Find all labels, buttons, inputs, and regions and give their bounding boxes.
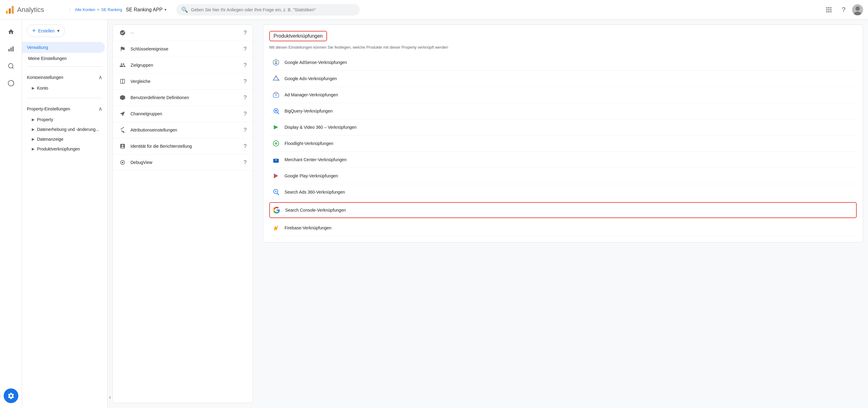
nav-bottom: ← [4, 388, 18, 403]
top-icon [119, 29, 126, 36]
attribution-icon [119, 126, 126, 134]
schlusselereignisse-text: Schlüsselereignisse [130, 47, 168, 51]
svg-rect-36 [275, 159, 277, 160]
datenerhebung-chevron: ▶ [32, 127, 34, 132]
datenerhebung-label: Datenerhebung und -änderung... [37, 127, 99, 132]
product-item-floodlight[interactable]: Floodlight-Verknüpfungen [269, 136, 857, 152]
create-button[interactable]: + Erstellen ▾ [27, 25, 65, 37]
konto-collapse-arrow: ∧ [98, 74, 102, 81]
channelgruppen-help[interactable]: ? [244, 111, 247, 117]
svg-rect-7 [828, 9, 830, 10]
play-icon [272, 172, 280, 180]
menu-item-definitionen[interactable]: Benutzerdefinierte Definitionen ? [113, 90, 253, 106]
product-item-bigquery[interactable]: BigQuery-Verknüpfungen [269, 103, 857, 119]
svg-rect-0 [6, 11, 8, 14]
middle-panel: ··· ? Schlüsselereignisse ? [113, 25, 253, 403]
searchads-icon [272, 188, 280, 196]
property-collapse-arrow: ∧ [98, 106, 102, 112]
debugview-text: DebugView [130, 160, 152, 165]
property-einstellungen-header[interactable]: Property-Einstellungen ∧ [22, 103, 107, 115]
svg-rect-4 [828, 7, 830, 8]
zielgruppen-help[interactable]: ? [244, 62, 247, 68]
menu-item-zielgruppen[interactable]: Zielgruppen ? [113, 57, 253, 74]
breadcrumb-child[interactable]: SE Ranking [101, 7, 122, 12]
product-item-firebase[interactable]: Firebase-Verknüpfungen [269, 220, 857, 236]
definitionen-left: Benutzerdefinierte Definitionen [119, 94, 189, 101]
apps-grid-button[interactable] [823, 4, 835, 16]
product-item-merchant[interactable]: Merchant Center-Verknüpfungen [269, 152, 857, 168]
sidebar-collapse-button[interactable]: ‹ [105, 392, 115, 402]
sidebar-item-verwaltung[interactable]: Verwaltung [22, 42, 105, 53]
dv360-name: Display & Video 360 – Verknüpfungen [284, 125, 357, 130]
verwaltung-label: Verwaltung [27, 45, 48, 50]
product-item-admanager[interactable]: Ad Manager-Verknüpfungen [269, 87, 857, 103]
konto-einstellungen-group: Kontoeinstellungen ∧ ▶ Konto [22, 69, 107, 95]
bigquery-name: BigQuery-Verknüpfungen [284, 109, 333, 114]
sidebar-sub-datenanzeige[interactable]: ▶ Datenanzeige [22, 134, 107, 144]
konto-einstellungen-header[interactable]: Kontoeinstellungen ∧ [22, 71, 107, 83]
datenanzeige-label: Datenanzeige [37, 137, 63, 142]
product-item-searchconsole[interactable]: Search Console-Verknüpfungen [269, 202, 857, 218]
identity-icon [119, 143, 126, 150]
menu-item-vergleiche[interactable]: Vergleiche ? [113, 74, 253, 90]
sidebar-item-meine-einstellungen[interactable]: Meine Einstellungen [22, 53, 105, 64]
svg-rect-10 [828, 11, 830, 12]
svg-point-30 [275, 110, 277, 112]
definitionen-help[interactable]: ? [244, 94, 247, 101]
product-item-searchads[interactable]: Search Ads 360-Verknüpfungen [269, 184, 857, 200]
search-input[interactable] [191, 7, 355, 12]
nav-home-button[interactable] [4, 25, 18, 39]
bigquery-icon [272, 107, 280, 115]
sidebar-sub-property[interactable]: ▶ Property [22, 115, 107, 124]
product-item-ads[interactable]: Google Ads-Verknüpfungen [269, 71, 857, 87]
sidebar-sub-produktverknupfungen[interactable]: ▶ Produktverknüpfungen [22, 144, 107, 154]
svg-marker-37 [274, 173, 278, 178]
produktverknupfungen-sidebar-label: Produktverknüpfungen [37, 146, 80, 151]
sidebar-divider-2 [27, 98, 102, 98]
menu-item-top-help[interactable]: ? [244, 30, 247, 36]
nav-explore-button[interactable] [4, 59, 18, 74]
product-item-dv360[interactable]: Display & Video 360 – Verknüpfungen [269, 119, 857, 136]
merchant-icon [272, 155, 280, 164]
content-area: ··· ? Schlüsselereignisse ? [107, 20, 868, 408]
product-links-card: Produktverknüpfungen Mit diesen Einstell… [263, 25, 863, 242]
menu-item-identity[interactable]: Identität für die Berichterstellung ? [113, 138, 253, 154]
nav-advertising-button[interactable] [4, 76, 18, 90]
breadcrumb-parent[interactable]: Alle Konten [75, 7, 95, 12]
create-plus-icon: + [32, 27, 36, 34]
sidebar-sub-datenerhebung[interactable]: ▶ Datenerhebung und -änderung... [22, 124, 107, 134]
nav-reports-button[interactable] [4, 41, 18, 56]
svg-rect-1 [9, 8, 11, 14]
identity-help[interactable]: ? [244, 143, 247, 150]
menu-item-schlusselereignisse[interactable]: Schlüsselereignisse ? [113, 41, 253, 57]
breadcrumb-sep: > [97, 7, 100, 12]
vergleiche-help[interactable]: ? [244, 78, 247, 85]
settings-button[interactable] [4, 388, 18, 403]
product-item-adsense[interactable]: Google AdSense-Verknüpfungen [269, 54, 857, 71]
menu-item-debugview[interactable]: DebugView ? [113, 154, 253, 171]
sidebar: + Erstellen ▾ Verwaltung Meine Einstellu… [22, 20, 107, 408]
sidebar-collapse-area: ‹ [105, 392, 115, 402]
firebase-name: Firebase-Verknüpfungen [284, 225, 331, 230]
attributions-text: Attributionseinstellungen [130, 127, 177, 133]
arrow-indicator: ← [0, 391, 2, 400]
svg-marker-32 [274, 125, 278, 129]
help-button[interactable]: ? [837, 4, 850, 16]
svg-point-13 [856, 6, 860, 11]
create-dropdown-arrow: ▾ [57, 28, 60, 34]
sidebar-sub-konto[interactable]: ▶ Konto [22, 83, 107, 93]
product-item-play[interactable]: Google Play-Verknüpfungen [269, 168, 857, 184]
app-dropdown-arrow[interactable]: ▾ [164, 7, 166, 12]
menu-item-top[interactable]: ··· ? [113, 25, 253, 41]
menu-item-channelgruppen[interactable]: Channelgruppen ? [113, 106, 253, 122]
channel-icon [119, 110, 126, 117]
topbar: Analytics Alle Konten > SE Ranking SE Ra… [0, 0, 868, 20]
debugview-help[interactable]: ? [244, 159, 247, 166]
menu-item-attributions[interactable]: Attributionseinstellungen ? [113, 122, 253, 138]
svg-point-26 [278, 80, 279, 81]
schlusselereignisse-help[interactable]: ? [244, 46, 247, 52]
user-avatar[interactable] [852, 4, 863, 15]
svg-point-18 [8, 64, 13, 68]
card-title-outlined-box: Produktverknüpfungen [269, 31, 327, 41]
attributions-help[interactable]: ? [244, 127, 247, 133]
